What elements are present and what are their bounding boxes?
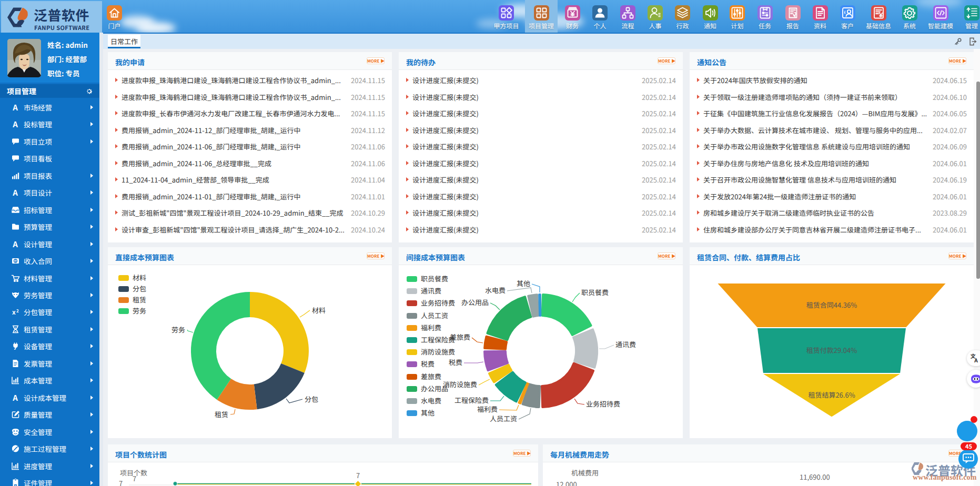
svg-text:2: 2 [16,308,19,313]
svg-text:职员餐费: 职员餐费 [581,287,609,297]
svg-text:租赁结算26.6%: 租赁结算26.6% [808,390,855,400]
svg-text:劳务: 劳务 [171,325,185,335]
svg-text:A: A [12,393,18,402]
svg-text:业务招待费: 业务招待费 [586,399,620,409]
svg-text:税费: 税费 [449,357,462,367]
svg-text:A: A [974,356,978,364]
svg-text:租赁付款29.04%: 租赁付款29.04% [806,345,857,355]
svg-text:水电费: 水电费 [485,285,506,295]
svg-text:其他: 其他 [517,278,530,288]
svg-text:消防设施费: 消防设施费 [443,379,477,389]
svg-text:租赁合同44.36%: 租赁合同44.36% [806,300,857,310]
svg-text:通讯费: 通讯费 [615,339,636,349]
svg-text:办公用品: 办公用品 [461,297,489,307]
svg-text:1: 1 [15,258,17,263]
svg-text:x: x [12,308,16,316]
svg-text:A: A [12,120,18,129]
svg-text:差旅费: 差旅费 [450,332,470,342]
svg-text:工程保险费: 工程保险费 [454,395,489,405]
svg-text:A: A [12,103,18,112]
svg-text:人员工资: 人员工资 [490,413,517,423]
svg-text:A: A [12,239,18,248]
svg-text:分包: 分包 [305,394,318,404]
svg-text:租赁: 租赁 [215,409,228,419]
svg-text:福利费: 福利费 [477,404,498,414]
svg-text:材料: 材料 [312,305,326,315]
svg-text:A: A [12,188,18,197]
